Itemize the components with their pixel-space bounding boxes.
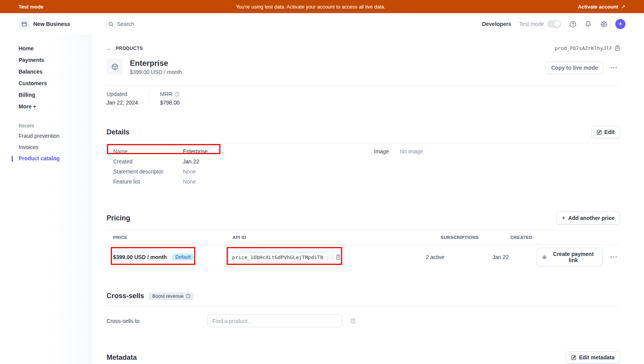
- test-mode-label: Test mode: [519, 21, 544, 27]
- pencil-icon: [597, 130, 602, 135]
- banner-test-mode-label: Test mode: [0, 4, 43, 10]
- metadata-section: Metadata Edit metadata No metadata: [107, 351, 620, 364]
- details-section: Details Edit Name Enterprise: [107, 126, 620, 187]
- subscriptions-cell: 2 active: [426, 254, 492, 260]
- find-product-input[interactable]: [207, 314, 342, 327]
- arrow-left-icon: ←: [107, 45, 112, 52]
- product-title-block: Enterprise $399.00 USD / month: [130, 58, 182, 75]
- column-api-id: API ID: [232, 235, 441, 240]
- arrow-up-right-icon: ↗: [621, 4, 625, 10]
- pricing-section: Pricing + Add another price PRICE API ID…: [107, 211, 620, 270]
- info-icon[interactable]: [351, 319, 355, 323]
- column-created: CREATED: [510, 235, 557, 240]
- edit-details-button[interactable]: Edit: [591, 126, 620, 138]
- default-badge: Default: [172, 254, 194, 261]
- sidebar-item-home[interactable]: Home: [0, 43, 92, 53]
- add-another-price-button[interactable]: + Add another price: [556, 211, 620, 225]
- product-price-summary: $399.00 USD / month: [130, 69, 182, 75]
- detail-row-statement-descriptor: Statement descriptor None: [107, 167, 374, 177]
- stat-mrr: MRR $798.00: [149, 91, 191, 106]
- stripe-product-page: Test mode You're using test data. Activa…: [0, 0, 644, 364]
- sidebar-item-customers[interactable]: Customers: [0, 78, 92, 88]
- breadcrumb[interactable]: ← PRODUCTS: [107, 45, 143, 52]
- active-indicator-bar: [12, 156, 13, 162]
- cross-sells-title: Cross-sells: [107, 292, 144, 300]
- info-icon[interactable]: [175, 92, 179, 96]
- mrr-value: $798.00: [160, 100, 180, 106]
- column-subscriptions: SUBSCRIPTIONS: [441, 235, 510, 240]
- sidebar-item-balances[interactable]: Balances: [0, 67, 92, 77]
- detail-row-image: Image No image: [374, 146, 423, 156]
- product-overflow-button[interactable]: ···: [608, 63, 620, 73]
- cross-sells-to-label: Cross-sells to: [107, 318, 207, 324]
- product-title: Enterprise: [130, 58, 182, 68]
- metadata-title: Metadata: [107, 354, 137, 362]
- activate-account-link[interactable]: Activate account ↗: [578, 4, 644, 10]
- create-plus-button[interactable]: +: [615, 19, 625, 29]
- pricing-table-header: PRICE API ID SUBSCRIPTIONS CREATED: [107, 230, 620, 245]
- detail-row-name: Name Enterprise: [107, 146, 374, 156]
- banner-message: You're using test data. Activate your ac…: [43, 4, 578, 10]
- product-id-copy[interactable]: prod_PQ7sAZrKlhyJlF: [554, 45, 620, 51]
- business-name: New Business: [33, 21, 70, 27]
- test-mode-toggle-group: Test mode: [519, 20, 561, 28]
- created-cell: Jan 22: [492, 254, 537, 260]
- business-switcher[interactable]: New Business: [19, 19, 92, 29]
- product-stats: Updated Jan 22, 2024 MRR $798.00: [107, 85, 620, 106]
- price-row-overflow-button[interactable]: ···: [608, 252, 620, 262]
- info-icon[interactable]: [186, 294, 190, 298]
- column-price: PRICE: [113, 235, 232, 240]
- mrr-label: MRR: [160, 91, 172, 97]
- sidebar-item-fraud-prevention[interactable]: Fraud prevention: [0, 131, 92, 141]
- price-table-row[interactable]: $399.00 USD / month Default price_1ObHcX…: [107, 245, 620, 270]
- cross-sells-section: Cross-sells Boost revenue Cross-sells to: [107, 292, 620, 327]
- details-title: Details: [107, 128, 129, 136]
- pricing-table: PRICE API ID SUBSCRIPTIONS CREATED $399.…: [107, 230, 620, 270]
- product-package-icon: [107, 58, 123, 75]
- notifications-bell-icon[interactable]: [584, 20, 592, 28]
- test-mode-banner: Test mode You're using test data. Activa…: [0, 0, 644, 13]
- updated-label: Updated: [107, 91, 138, 97]
- price-cell: $399.00 USD / month Default: [113, 254, 227, 261]
- settings-gear-icon[interactable]: [600, 20, 608, 28]
- search-icon: [108, 21, 114, 27]
- sidebar-item-payments[interactable]: Payments: [0, 55, 92, 65]
- stat-updated: Updated Jan 22, 2024: [107, 91, 149, 106]
- clipboard-icon: [615, 45, 620, 51]
- plus-icon: +: [562, 215, 565, 221]
- recent-section-label: Recent: [0, 122, 92, 130]
- search-label: Search: [117, 21, 134, 27]
- copy-to-live-mode-button[interactable]: Copy to live mode: [546, 62, 603, 74]
- main-content: ← PRODUCTS prod_PQ7sAZrKlhyJlF Enter: [92, 35, 644, 364]
- header-actions: Developers Test mode +: [482, 19, 625, 29]
- pricing-title: Pricing: [107, 214, 130, 222]
- edit-metadata-button[interactable]: Edit metadata: [566, 351, 620, 364]
- sidebar-item-billing[interactable]: Billing: [0, 90, 92, 100]
- developers-link[interactable]: Developers: [482, 21, 511, 27]
- sidebar-nav: Home Payments Balances Customers Billing…: [0, 35, 92, 364]
- api-id-cell: price_1ObHcXLtGdPVhGLejTMpdiT8: [227, 252, 426, 263]
- toggle-knob: [554, 21, 560, 27]
- detail-row-feature-list: Feature list None: [107, 177, 374, 187]
- sidebar-item-more[interactable]: More +: [0, 101, 92, 112]
- storefront-icon: [19, 19, 29, 29]
- boost-revenue-badge: Boost revenue: [149, 292, 194, 300]
- create-payment-link-button[interactable]: ⊕ Create payment link: [537, 248, 603, 266]
- breadcrumb-label: PRODUCTS: [115, 46, 143, 51]
- sidebar-item-product-catalog[interactable]: Product catalog: [0, 153, 92, 163]
- updated-value: Jan 22, 2024: [107, 100, 138, 106]
- test-mode-toggle[interactable]: [547, 20, 561, 28]
- sidebar-item-invoices[interactable]: Invoices: [0, 142, 92, 152]
- api-id-pill[interactable]: price_1ObHcXLtGdPVhGLejTMpdiT8: [227, 252, 328, 263]
- copy-api-id-button[interactable]: [332, 252, 344, 263]
- detail-row-created: Created Jan 22: [107, 156, 374, 167]
- help-icon[interactable]: [569, 20, 577, 28]
- top-header: New Business Search Developers Test mode: [0, 13, 644, 35]
- pencil-icon: [571, 355, 576, 360]
- circled-plus-icon: ⊕: [542, 254, 547, 260]
- global-search[interactable]: Search: [92, 21, 482, 27]
